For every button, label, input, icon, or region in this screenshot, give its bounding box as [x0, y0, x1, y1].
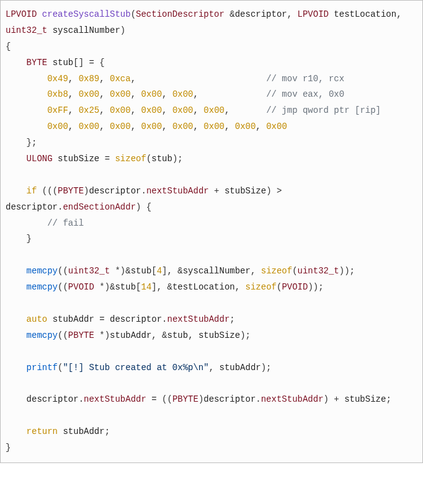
hex-literal: 0x00	[203, 122, 225, 131]
if-kw: if	[27, 186, 37, 196]
close-brace-semi: };	[6, 138, 37, 148]
comment: // jmp qword ptr	[266, 105, 349, 115]
paren-open: (	[131, 9, 136, 19]
syscallnumber-var: syscallNumber	[183, 266, 251, 276]
hex-literal: 0x89	[79, 74, 100, 84]
code-line-3: BYTE stub[] = {	[6, 58, 105, 68]
sizeof-kw: sizeof	[261, 266, 292, 276]
param1-name: descriptor	[235, 9, 287, 19]
amp: &	[229, 9, 234, 19]
hex-literal: 0x49	[47, 74, 68, 84]
stubsize-var: stubSize	[198, 330, 240, 340]
sizeof-arg: stub	[151, 154, 172, 164]
cast-type: PBYTE	[58, 186, 84, 196]
string-literal: "[!] Stub created at 0x%p\n"	[63, 363, 208, 373]
stub-var: stub	[131, 266, 152, 276]
memcpy-call: memcpy	[27, 282, 58, 292]
index-literal: 4	[157, 266, 162, 276]
stubaddr-var: stubAddr	[63, 427, 104, 436]
byte-type: BYTE	[27, 58, 48, 68]
code-line-1: LPVOID createSyscallStub(SectionDescript…	[6, 9, 407, 35]
cast-type: PBYTE	[68, 330, 94, 340]
descriptor-var: descriptor	[89, 186, 141, 196]
hex-literal: 0x00	[172, 122, 194, 131]
comment: // mov r10, rcx	[266, 74, 344, 84]
brackets: []	[73, 58, 84, 68]
cast-type: PVOID	[68, 282, 94, 292]
stubsize-var: stubSize	[344, 394, 386, 404]
function-name: createSyscallStub	[42, 9, 131, 19]
comment: // fail	[47, 218, 84, 228]
ulong-type: ULONG	[27, 154, 53, 164]
eq-brace: = {	[84, 58, 105, 68]
printf-call: printf	[27, 363, 58, 373]
brace-open: {	[6, 42, 11, 51]
param3-name: syscallNumber	[53, 25, 120, 35]
stub-var: stub	[53, 58, 74, 68]
member-endsectionaddr: endSectionAddr	[63, 202, 136, 212]
hex-literal: 0x00	[172, 105, 194, 115]
member-nextstubaddr: nextStubAddr	[167, 314, 229, 324]
stub-var: stub	[167, 330, 189, 340]
descriptor-var: descriptor	[27, 394, 79, 404]
param2-name: testLocation	[334, 9, 396, 19]
comma: ,	[287, 9, 292, 19]
member-nextstubaddr: nextStubAddr	[84, 394, 146, 404]
sizeof-kw: sizeof	[115, 154, 146, 164]
hex-literal: 0x00	[110, 105, 131, 115]
param2-type: LPVOID	[298, 9, 329, 19]
hex-literal: 0x00	[141, 89, 162, 99]
auto-kw: auto	[27, 314, 48, 324]
cast-type: uint32_t	[68, 266, 110, 276]
return-kw: return	[27, 427, 58, 436]
return-type: LPVOID	[6, 9, 37, 19]
comment-cont: [rip]	[355, 105, 381, 115]
testlocation-var: testLocation	[172, 282, 235, 292]
hex-literal: 0x00	[110, 89, 131, 99]
hex-literal: 0x00	[172, 89, 194, 99]
hex-literal: 0xFF	[47, 105, 68, 115]
brace-close: }	[6, 443, 11, 453]
stubaddr-var: stubAddr	[220, 363, 261, 373]
member-nextstubaddr: nextStubAddr	[146, 186, 209, 196]
hex-literal: 0xca	[110, 74, 131, 84]
hex-literal: 0x25	[79, 105, 100, 115]
param1-type: SectionDescriptor	[136, 9, 225, 19]
hex-literal: 0x00	[79, 89, 100, 99]
stubaddr-var: stubAddr	[110, 330, 151, 340]
comment: // mov eax, 0x0	[266, 89, 344, 99]
hex-literal: 0x00	[266, 122, 287, 131]
memcpy-call: memcpy	[27, 330, 58, 340]
sizeof-type: uint32_t	[298, 266, 339, 276]
stubsize-var: stubSize	[225, 186, 266, 196]
param3-type: uint32_t	[6, 25, 47, 35]
hex-literal: 0xb8	[47, 89, 68, 99]
descriptor-var: descriptor	[6, 202, 58, 212]
hex-literal: 0x00	[141, 122, 162, 131]
code-block: LPVOID createSyscallStub(SectionDescript…	[0, 0, 423, 463]
hex-literal: 0x00	[47, 122, 68, 131]
hex-literal: 0x00	[141, 105, 162, 115]
sizeof-kw: sizeof	[246, 282, 277, 292]
paren-close: )	[120, 25, 125, 35]
sizeof-type: PVOID	[282, 282, 308, 292]
close-brace: }	[6, 234, 32, 244]
hex-literal: 0x00	[203, 105, 225, 115]
stub-var: stub	[115, 282, 136, 292]
hex-literal: 0x00	[110, 122, 131, 131]
hex-literal: 0x00	[235, 122, 256, 131]
comma: ,	[396, 9, 401, 19]
descriptor-var: descriptor	[203, 394, 256, 404]
descriptor-var: descriptor	[110, 314, 162, 324]
stubsize-var: stubSize	[58, 154, 99, 164]
stubaddr-var: stubAddr	[53, 314, 94, 324]
cast-type: PBYTE	[172, 394, 198, 404]
memcpy-call: memcpy	[27, 266, 58, 276]
hex-literal: 0x00	[79, 122, 100, 131]
index-literal: 14	[141, 282, 151, 292]
member-nextstubaddr: nextStubAddr	[261, 394, 324, 404]
